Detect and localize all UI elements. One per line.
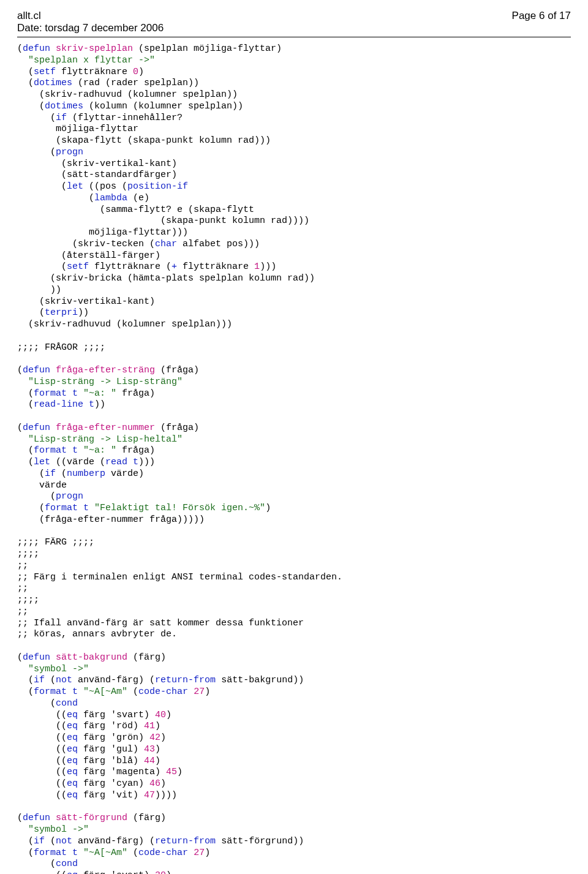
filename-label: allt.cl (17, 10, 164, 22)
date-label: Date: torsdag 7 december 2006 (17, 22, 164, 34)
header-left: allt.cl Date: torsdag 7 december 2006 (17, 10, 164, 34)
page-number-label: Page 6 of 17 (512, 10, 571, 34)
print-header: allt.cl Date: torsdag 7 december 2006 Pa… (17, 10, 571, 37)
page: allt.cl Date: torsdag 7 december 2006 Pa… (0, 0, 588, 874)
source-code: (defun skriv-spelplan (spelplan möjliga-… (17, 43, 571, 874)
